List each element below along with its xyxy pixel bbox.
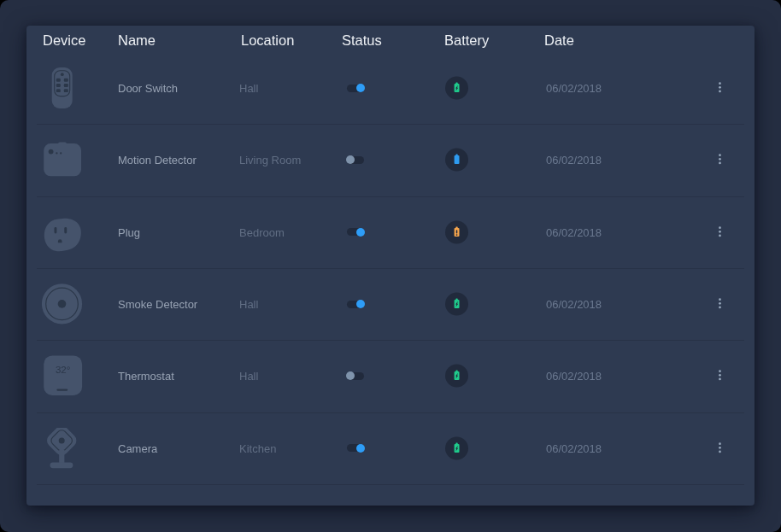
svg-text:32°: 32° bbox=[56, 365, 70, 375]
